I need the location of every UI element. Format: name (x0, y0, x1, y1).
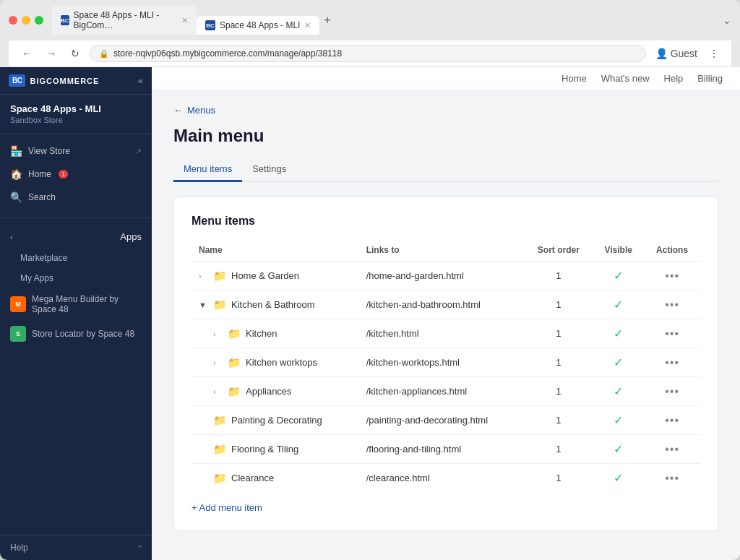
tab-menu-items[interactable]: Menu items (173, 158, 242, 182)
expand-icon[interactable]: › (199, 272, 209, 280)
sidebar-item-mega-menu[interactable]: M Mega Menu Builder by Space 48 (0, 288, 152, 320)
col-sort-order: Sort order (524, 239, 593, 262)
minimize-button[interactable] (22, 16, 30, 25)
browser-controls: BC Space 48 Apps - MLI - BigCom… ✕ BC Sp… (9, 6, 731, 35)
name-cell-7: › 📁 Clearance (192, 464, 359, 493)
new-tab-button[interactable]: + (319, 14, 335, 27)
links-to-cell-6: /flooring-and-tiling.html (359, 435, 525, 464)
actions-button[interactable]: ••• (665, 270, 679, 283)
tab-close-1[interactable]: ✕ (181, 16, 188, 25)
help-footer-label[interactable]: Help (10, 543, 28, 553)
apps-section-header[interactable]: ‹ Apps (0, 225, 152, 248)
visible-cell-4: ✓ (593, 377, 644, 406)
top-nav-billing[interactable]: Billing (697, 73, 723, 84)
back-arrow-icon[interactable]: ← (173, 105, 183, 116)
actions-button[interactable]: ••• (665, 356, 679, 369)
tab-favicon-2: BC (205, 20, 215, 30)
close-button[interactable] (9, 16, 17, 25)
top-nav-home[interactable]: Home (562, 73, 587, 84)
actions-cell-2: ••• (644, 319, 700, 348)
item-name: Painting & Decorating (231, 415, 322, 426)
visible-cell-6: ✓ (593, 435, 644, 464)
sidebar-header: BC BIGCOMMERCE « (0, 67, 152, 95)
sidebar-main-nav: 🏪 View Store ↗ 🏠 Home 1 🔍 Search (0, 134, 152, 215)
col-links-to: Links to (359, 239, 525, 262)
visible-cell-5: ✓ (593, 406, 644, 435)
menu-items-card: Menu items Name Links to Sort order Visi… (173, 197, 718, 531)
address-text: store-nqivp06qsb.mybigcommerce.com/manag… (113, 48, 342, 59)
links-to-cell-5: /painting-and-decorating.html (359, 406, 525, 435)
links-to-cell-3: /kitchen-worktops.html (359, 348, 525, 377)
expand-icon[interactable]: › (213, 329, 223, 338)
search-icon: 🔍 (10, 191, 22, 203)
maximize-button[interactable] (35, 16, 43, 25)
name-cell-6: › 📁 Flooring & Tiling (192, 435, 359, 464)
sidebar-item-my-apps[interactable]: My Apps (0, 268, 152, 288)
sidebar-label-home: Home (28, 169, 51, 179)
sort-cell-3: 1 (524, 348, 593, 377)
actions-button[interactable]: ••• (665, 327, 679, 340)
help-footer-chevron-icon: ^ (138, 543, 142, 552)
actions-button[interactable]: ••• (665, 385, 679, 398)
more-button[interactable]: ⋮ (705, 46, 723, 61)
item-name: Appliances (246, 386, 292, 397)
item-name: Flooring & Tiling (231, 444, 298, 455)
browser-titlebar: BC Space 48 Apps - MLI - BigCom… ✕ BC Sp… (0, 0, 740, 67)
links-to-cell-2: /kitchen.html (359, 319, 525, 348)
expand-icon[interactable]: ▼ (199, 301, 209, 309)
browser-tab-2[interactable]: BC Space 48 Apps - MLI ✕ (197, 16, 319, 35)
chevron-down-icon[interactable]: ⌄ (723, 14, 731, 26)
col-name: Name (192, 239, 359, 262)
store-subtitle: Sandbox Store (10, 116, 142, 124)
sidebar-logo: BC BIGCOMMERCE (9, 74, 99, 87)
breadcrumb-link[interactable]: Menus (187, 105, 215, 116)
traffic-lights (9, 16, 43, 25)
address-bar[interactable]: 🔒 store-nqivp06qsb.mybigcommerce.com/man… (90, 45, 646, 62)
menu-table: Name Links to Sort order Visible Actions… (192, 239, 700, 492)
sidebar-item-marketplace[interactable]: Marketplace (0, 248, 152, 268)
lock-icon: 🔒 (99, 49, 109, 59)
actions-button[interactable]: ••• (665, 414, 679, 427)
tab-close-2[interactable]: ✕ (304, 21, 311, 30)
col-actions: Actions (644, 239, 700, 262)
sidebar-label-view-store: View Store (28, 146, 70, 156)
profile-button[interactable]: 👤 Guest (652, 46, 701, 61)
collapse-sidebar-button[interactable]: « (138, 75, 143, 86)
sort-cell-4: 1 (524, 377, 593, 406)
actions-button[interactable]: ••• (665, 443, 679, 456)
actions-button[interactable]: ••• (665, 472, 679, 485)
sidebar-item-search[interactable]: 🔍 Search (0, 186, 152, 209)
browser-nav: ← → ↻ 🔒 store-nqivp06qsb.mybigcommerce.c… (9, 40, 731, 67)
sidebar-item-home[interactable]: 🏠 Home 1 (0, 163, 152, 186)
expand-icon[interactable]: › (213, 387, 223, 396)
add-menu-item-button[interactable]: + Add menu item (192, 502, 262, 513)
table-row: › 📁 Kitchen /kitchen.html1✓••• (192, 319, 700, 348)
sort-cell-5: 1 (524, 406, 593, 435)
browser-tab-1[interactable]: BC Space 48 Apps - MLI - BigCom… ✕ (52, 6, 197, 35)
name-cell-2: › 📁 Kitchen (192, 319, 359, 348)
check-icon: ✓ (614, 270, 623, 282)
expand-icon[interactable]: › (213, 358, 223, 367)
sidebar-item-view-store[interactable]: 🏪 View Store ↗ (0, 139, 152, 163)
tab-settings[interactable]: Settings (242, 158, 296, 182)
table-row: › 📁 Appliances /kitchen-appliances.html1… (192, 377, 700, 406)
table-header-row: Name Links to Sort order Visible Actions (192, 239, 700, 262)
sidebar-item-store-locator[interactable]: S Store Locator by Space 48 (0, 320, 152, 348)
forward-button[interactable]: → (42, 46, 61, 61)
top-nav-help[interactable]: Help (664, 73, 684, 84)
check-icon: ✓ (614, 356, 623, 369)
item-name: Kitchen worktops (246, 357, 317, 368)
actions-button[interactable]: ••• (665, 298, 679, 311)
sidebar-footer: Help ^ (0, 535, 152, 560)
actions-cell-0: ••• (644, 262, 700, 290)
top-nav-whats-new[interactable]: What's new (601, 73, 650, 84)
item-name: Clearance (231, 473, 274, 483)
visible-cell-1: ✓ (593, 290, 644, 319)
refresh-button[interactable]: ↻ (66, 46, 84, 61)
check-icon: ✓ (614, 327, 623, 340)
back-button[interactable]: ← (17, 46, 36, 61)
logo-icon: BC (9, 74, 25, 87)
visible-cell-0: ✓ (593, 262, 644, 290)
table-row: › 📁 Clearance /clearance.html1✓••• (192, 464, 700, 493)
external-link-icon: ↗ (135, 147, 142, 156)
